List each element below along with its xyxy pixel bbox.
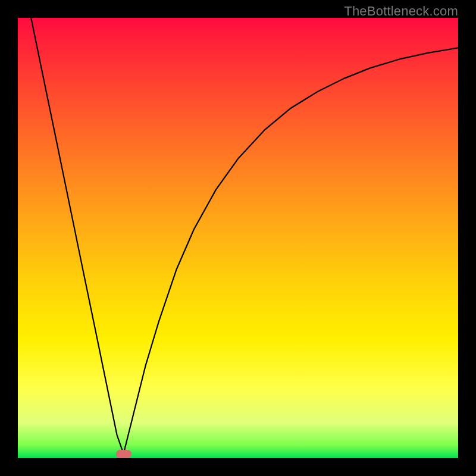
minimum-marker [116,450,131,458]
plot-area [18,18,458,458]
curve-left-branch [31,18,123,454]
chart-frame: TheBottleneck.com [0,0,476,476]
curve-layer [18,18,458,458]
watermark-text: TheBottleneck.com [344,4,458,19]
curve-right-branch [124,48,458,453]
